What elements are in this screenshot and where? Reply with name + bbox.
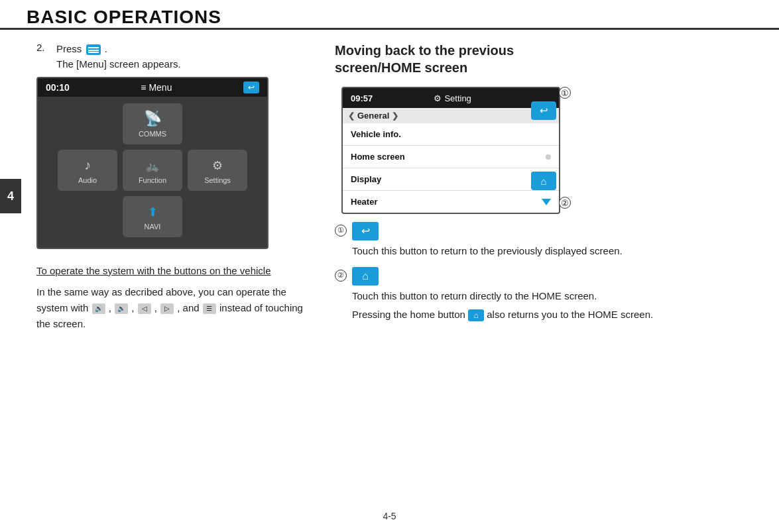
callout-1-btn-row: ↩ [352, 222, 752, 240]
back-button-callout: ↩ [531, 101, 556, 120]
function-label: Function [139, 176, 166, 184]
home-button-preview: ⌂ [352, 267, 379, 286]
menu-btn-navi: NAVI [123, 196, 182, 237]
screen-body: COMMS Audio Function Settings [38, 97, 267, 248]
vehicle-heading: To operate the system with the buttons o… [36, 264, 315, 279]
left-column: 2. Press . The [Menu] screen appears. 00… [36, 42, 328, 343]
audio-icon [84, 156, 91, 174]
audio-label: Audio [78, 176, 97, 184]
callout-1-row: ① ↩ Touch this button to return to the p… [335, 222, 752, 259]
callout-circle-2: ② [335, 270, 347, 282]
display-label: Display [351, 174, 381, 184]
callout-2-num: ② [335, 268, 347, 282]
menu-row-top: COMMS [123, 103, 182, 144]
right-heading: Moving back to the previous screen/HOME … [335, 42, 752, 76]
menu-btn-audio: Audio [58, 150, 117, 191]
callout-circle-1: ① [335, 225, 347, 237]
function-icon [146, 156, 159, 174]
callout-1-text: Touch this button to return to the previ… [352, 243, 752, 259]
settings-screen-wrap: ① ② ↩ ⌂ 09:57 ⚙ Setting [335, 87, 573, 214]
vehicle-info-label: Vehicle info. [351, 129, 401, 139]
page-title: BASIC OPERATIONS [27, 7, 752, 28]
icon-vol-up: 🔊 [92, 303, 105, 314]
step-desc-text: The [Menu] screen appears. [56, 57, 315, 72]
menu-item-home-screen: Home screen [343, 146, 559, 168]
screen-time: 00:10 [46, 82, 70, 93]
settings-nav-bar: ❮ General ❯ [343, 108, 559, 123]
page-tab: 4 [0, 179, 21, 213]
menu-item-vehicle-info: Vehicle info. [343, 123, 559, 146]
settings-icon [212, 156, 223, 174]
settings-topbar: 09:57 ⚙ Setting [343, 88, 559, 108]
callout-1-num: ① [335, 223, 347, 237]
menu-btn-comms: COMMS [123, 103, 182, 144]
back-button-preview: ↩ [352, 222, 379, 240]
icon-next: ▷ [160, 303, 174, 314]
step-number: 2. [36, 42, 52, 53]
settings-title: ⚙ Setting [434, 93, 471, 103]
icon-vol-down: 🔉 [115, 303, 128, 314]
callout-2-content: ⌂ Touch this button to return directly t… [352, 267, 752, 323]
menu-item-display: Display [343, 168, 559, 191]
dot-indicator [546, 154, 551, 160]
settings-time: 09:57 [351, 93, 373, 103]
annotation-1: ① [559, 87, 571, 99]
annotation-2: ② [559, 197, 571, 209]
screen-topbar: 00:10 ≡ Menu ↩ [38, 78, 267, 97]
callout-2-row: ② ⌂ Touch this button to return directly… [335, 267, 752, 323]
page-header: BASIC OPERATIONS [0, 0, 779, 30]
menu-item-heater: Heater [343, 191, 559, 213]
comms-label: COMMS [139, 130, 166, 138]
navi-label: NAVI [145, 223, 161, 231]
heater-label: Heater [351, 197, 377, 207]
home-icon-inline: ⌂ [468, 309, 484, 321]
menu-row-bottom: NAVI [123, 196, 182, 237]
callout-1-content: ↩ Touch this button to return to the pre… [352, 222, 752, 259]
screen-title: ≡ Menu [141, 82, 172, 93]
navi-icon [148, 203, 158, 220]
callout-2-text1: Touch this button to return directly to … [352, 288, 752, 304]
arrow-down-icon [542, 199, 551, 205]
main-content: 2. Press . The [Menu] screen appears. 00… [0, 30, 779, 343]
chevron-left-icon: ❮ [348, 111, 355, 121]
icon-menu: ☰ [203, 303, 216, 314]
home-button-callout: ⌂ [531, 172, 556, 190]
step-content: Press . The [Menu] screen appears. [56, 42, 315, 72]
vehicle-section: To operate the system with the buttons o… [36, 264, 315, 332]
callout-2-text2: Pressing the home button ⌂ also returns … [352, 307, 752, 323]
callout-descriptions: ① ↩ Touch this button to return to the p… [335, 222, 752, 323]
menu-screen-mockup: 00:10 ≡ Menu ↩ COMMS [36, 77, 269, 249]
chevron-right-icon: ❯ [392, 111, 398, 121]
settings-label: Settings [204, 176, 231, 184]
step-2: 2. Press . The [Menu] screen appears. [36, 42, 315, 72]
callout-2-btn-row: ⌂ [352, 267, 752, 286]
nav-general-label: General [357, 111, 389, 121]
page-tab-number: 4 [7, 189, 14, 203]
right-column: Moving back to the previous screen/HOME … [328, 42, 752, 343]
page-number: 4-5 [383, 511, 396, 521]
step-press-text: Press . [56, 42, 315, 57]
vehicle-body-text: In the same way as decribed above, you c… [36, 284, 315, 332]
icon-prev: ◁ [138, 303, 151, 314]
comms-icon [144, 110, 162, 127]
menu-btn-function: Function [123, 150, 182, 191]
menu-row-middle: Audio Function Settings [58, 150, 247, 191]
screen-back-icon: ↩ [243, 81, 259, 93]
home-screen-label: Home screen [351, 152, 405, 162]
settings-screen-mockup: 09:57 ⚙ Setting ❮ General ❯ Vehicle info… [341, 87, 560, 214]
settings-menu-list: Vehicle info. Home screen Display Heater [343, 123, 559, 213]
menu-btn-settings: Settings [188, 150, 247, 191]
menu-button-icon [86, 44, 101, 55]
